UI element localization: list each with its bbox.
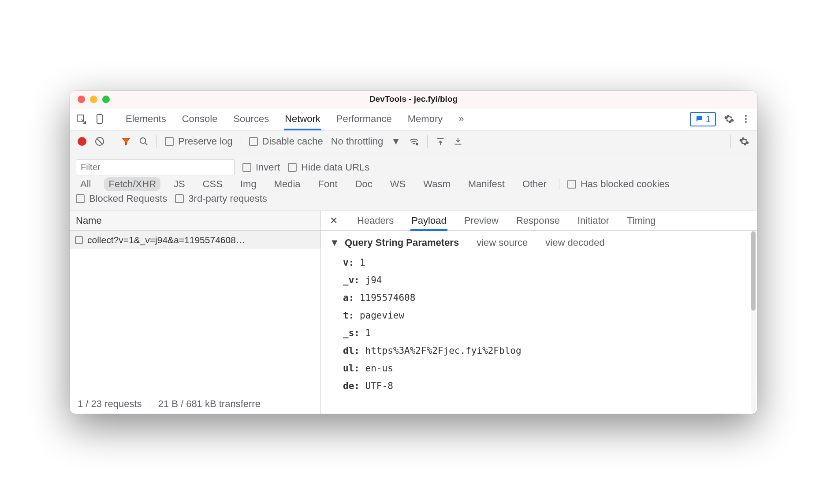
type-manifest[interactable]: Manifest	[464, 177, 509, 191]
tab-console[interactable]: Console	[182, 108, 218, 130]
param-key: _s:	[343, 328, 365, 338]
import-har-icon[interactable]	[436, 137, 445, 146]
checkbox-icon	[165, 137, 174, 146]
request-list: collect?v=1&_v=j94&a=1195574608…	[70, 231, 320, 394]
svg-point-3	[745, 118, 747, 120]
kebab-menu-icon[interactable]	[741, 114, 751, 124]
divider	[113, 135, 113, 148]
detail-tabs: ✕ Headers Payload Preview Response Initi…	[321, 211, 757, 231]
inspect-element-icon[interactable]	[76, 114, 86, 124]
scrollbar-thumb[interactable]	[751, 231, 756, 311]
param-key: dl:	[343, 345, 365, 356]
detail-tab-response[interactable]: Response	[516, 211, 560, 230]
type-font[interactable]: Font	[314, 177, 342, 191]
type-wasm[interactable]: Wasm	[419, 177, 455, 191]
section-title: Query String Parameters	[345, 237, 459, 248]
third-party-checkbox[interactable]: 3rd-party requests	[175, 193, 267, 204]
param-key: _v:	[343, 275, 365, 285]
blocked-requests-checkbox[interactable]: Blocked Requests	[76, 193, 167, 204]
issues-badge[interactable]: 1	[690, 112, 716, 126]
detail-tab-headers[interactable]: Headers	[357, 211, 394, 230]
svg-point-7	[416, 143, 418, 145]
status-bar: 1 / 23 requests 21 B / 681 kB transferre	[70, 394, 320, 414]
checkbox-icon	[288, 163, 297, 172]
record-button[interactable]	[78, 137, 86, 146]
type-ws[interactable]: WS	[386, 177, 410, 191]
tab-memory[interactable]: Memory	[408, 108, 443, 130]
filter-toggle-icon[interactable]	[121, 137, 131, 146]
query-param-row: ul: en-us	[343, 359, 749, 377]
payload-section-header[interactable]: ▼ Query String Parameters view source vi…	[330, 237, 749, 248]
divider	[730, 135, 731, 148]
settings-icon[interactable]	[724, 114, 734, 124]
checkbox-icon	[76, 194, 85, 203]
detail-tab-timing[interactable]: Timing	[627, 211, 656, 230]
param-value: 1	[360, 257, 365, 268]
divider	[113, 113, 113, 125]
param-key: a:	[343, 293, 360, 303]
maximize-window-button[interactable]	[102, 96, 110, 103]
type-doc[interactable]: Doc	[351, 177, 377, 191]
network-settings-icon[interactable]	[739, 136, 749, 147]
has-blocked-cookies-checkbox[interactable]: Has blocked cookies	[567, 178, 670, 190]
query-params-list: v: 1_v: j94a: 1195574608t: pageview_s: 1…	[330, 254, 749, 395]
checkbox-icon	[567, 180, 576, 189]
issues-count: 1	[706, 114, 711, 124]
divider	[427, 135, 428, 148]
detail-tab-initiator[interactable]: Initiator	[577, 211, 609, 230]
detail-tab-payload[interactable]: Payload	[411, 211, 447, 230]
tab-more[interactable]: »	[458, 108, 464, 130]
query-param-row: _v: j94	[343, 271, 749, 289]
tab-elements[interactable]: Elements	[126, 108, 166, 130]
payload-body: ▼ Query String Parameters view source vi…	[321, 231, 757, 414]
clear-icon[interactable]	[94, 136, 105, 147]
tab-performance[interactable]: Performance	[336, 108, 392, 130]
devtools-window: DevTools - jec.fyi/blog Elements Console…	[70, 91, 757, 414]
close-window-button[interactable]	[78, 96, 85, 103]
type-css[interactable]: CSS	[198, 177, 227, 191]
preserve-log-checkbox[interactable]: Preserve log	[165, 136, 233, 147]
request-detail-panel: ✕ Headers Payload Preview Response Initi…	[321, 211, 757, 414]
type-fetch-xhr[interactable]: Fetch/XHR	[104, 177, 160, 191]
minimize-window-button[interactable]	[90, 96, 97, 103]
request-row[interactable]: collect?v=1&_v=j94&a=1195574608…	[70, 231, 320, 249]
request-list-header[interactable]: Name	[70, 211, 320, 231]
request-count: 1 / 23 requests	[78, 398, 142, 410]
svg-rect-1	[97, 115, 102, 123]
type-js[interactable]: JS	[169, 177, 190, 191]
view-decoded-link[interactable]: view decoded	[545, 237, 605, 248]
param-key: v:	[343, 257, 360, 268]
divider	[150, 398, 150, 410]
traffic-lights	[78, 96, 110, 103]
detail-tab-preview[interactable]: Preview	[464, 211, 499, 230]
export-har-icon[interactable]	[453, 137, 463, 146]
close-detail-icon[interactable]: ✕	[330, 215, 338, 226]
filter-input[interactable]	[76, 159, 235, 175]
invert-checkbox[interactable]: Invert	[242, 162, 280, 173]
tab-sources[interactable]: Sources	[233, 108, 269, 130]
param-value: 1195574608	[360, 293, 415, 303]
type-img[interactable]: Img	[236, 177, 261, 191]
chevron-down-icon: ▼	[391, 136, 401, 147]
view-source-link[interactable]: view source	[477, 237, 528, 248]
main-tablist: Elements Console Sources Network Perform…	[126, 108, 464, 130]
query-param-row: _s: 1	[343, 324, 749, 342]
param-value: pageview	[360, 310, 404, 321]
network-toolbar: Preserve log Disable cache No throttling…	[70, 130, 757, 153]
throttling-select[interactable]: No throttling ▼	[331, 136, 401, 147]
titlebar: DevTools - jec.fyi/blog	[70, 91, 757, 108]
network-conditions-icon[interactable]	[409, 136, 419, 147]
type-other[interactable]: Other	[518, 177, 551, 191]
tab-network[interactable]: Network	[285, 108, 320, 130]
hide-data-urls-checkbox[interactable]: Hide data URLs	[288, 162, 369, 173]
request-list-panel: Name collect?v=1&_v=j94&a=1195574608… 1 …	[70, 211, 321, 414]
request-type-icon	[75, 236, 83, 244]
type-media[interactable]: Media	[270, 177, 305, 191]
type-all[interactable]: All	[76, 177, 95, 191]
divider	[241, 135, 241, 148]
search-icon[interactable]	[139, 137, 149, 146]
disable-cache-checkbox[interactable]: Disable cache	[249, 136, 323, 147]
param-value: UTF-8	[365, 381, 393, 391]
query-param-row: a: 1195574608	[343, 289, 749, 307]
device-toggle-icon[interactable]	[94, 114, 105, 124]
